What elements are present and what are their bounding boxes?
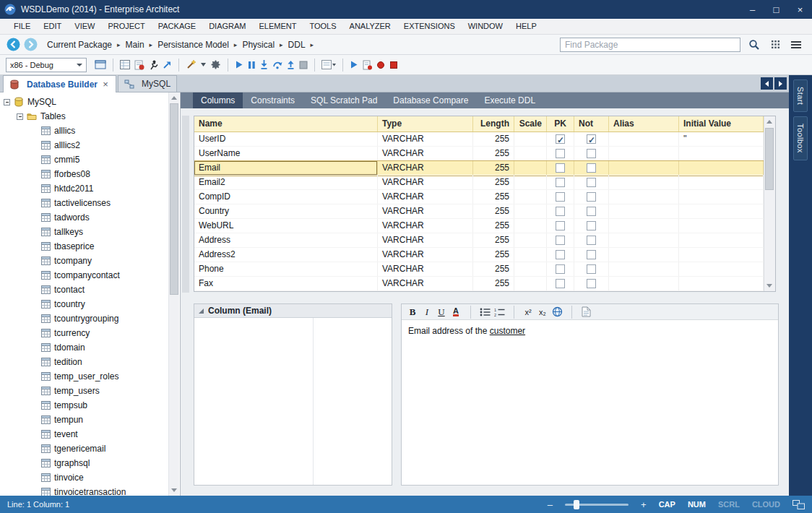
- cell-scale[interactable]: [514, 161, 547, 175]
- side-dock-tab[interactable]: Start: [793, 79, 808, 112]
- zoom-slider[interactable]: [565, 504, 629, 506]
- grid-scrollbar-thumb[interactable]: [765, 128, 774, 190]
- pk-checkbox[interactable]: [556, 221, 565, 230]
- breadcrumb-item[interactable]: Main: [125, 40, 145, 50]
- cell-scale[interactable]: [514, 132, 547, 146]
- menu-item[interactable]: HELP: [509, 19, 543, 34]
- tree-node-table[interactable]: tcountry: [0, 297, 168, 311]
- profiler-icon[interactable]: [147, 57, 160, 73]
- cell-alias[interactable]: [609, 161, 679, 175]
- scroll-down-icon[interactable]: [169, 485, 179, 496]
- tree-node-root[interactable]: MySQL: [0, 95, 168, 109]
- pk-checkbox[interactable]: [556, 264, 565, 274]
- tree-node-table[interactable]: temp_user_roles: [0, 369, 168, 384]
- not-null-checkbox[interactable]: [587, 207, 596, 216]
- stop-gray-icon[interactable]: [297, 57, 310, 73]
- record-stop-icon[interactable]: [387, 57, 400, 73]
- cell-alias[interactable]: [609, 204, 679, 218]
- forward-button[interactable]: [23, 37, 38, 52]
- breadcrumb-item[interactable]: Current Package: [46, 40, 113, 50]
- cell-name[interactable]: Country: [194, 204, 378, 218]
- tree-node-table[interactable]: tevent: [0, 427, 168, 441]
- cell-initial-value[interactable]: [679, 219, 764, 233]
- tree-node-table[interactable]: tempsub: [0, 398, 168, 413]
- record-dot-icon[interactable]: [374, 57, 387, 73]
- cell-length[interactable]: 255: [473, 277, 514, 290]
- column-row[interactable]: Phone VARCHAR 255: [194, 262, 764, 277]
- scroll-up-icon[interactable]: [169, 92, 179, 103]
- model-tab-icon[interactable]: [124, 79, 134, 89]
- tree-node-table[interactable]: tcountrygrouping: [0, 311, 168, 326]
- cell-scale[interactable]: [514, 248, 547, 262]
- debug-config-select[interactable]: x86 - Debug: [6, 58, 87, 72]
- header-length[interactable]: Length: [473, 116, 514, 132]
- menu-item[interactable]: DIAGRAM: [202, 19, 252, 34]
- tree-node-table[interactable]: temp_users: [0, 384, 168, 398]
- cell-alias[interactable]: [609, 176, 679, 189]
- column-row[interactable]: Email2 VARCHAR 255: [194, 176, 764, 190]
- side-dock-tab[interactable]: Toolbox: [793, 116, 808, 160]
- collapse-expander-icon[interactable]: [17, 113, 23, 120]
- cell-length[interactable]: 255: [473, 204, 514, 218]
- not-null-checkbox[interactable]: [587, 134, 596, 144]
- menu-item[interactable]: EXTENSIONS: [397, 19, 462, 34]
- not-null-checkbox[interactable]: [587, 264, 596, 274]
- package-browser-icon[interactable]: [768, 38, 782, 52]
- pk-checkbox[interactable]: [556, 250, 565, 259]
- not-null-checkbox[interactable]: [587, 236, 596, 245]
- editor-tab[interactable]: Database Compare: [385, 92, 476, 108]
- cell-type[interactable]: VARCHAR: [378, 248, 473, 262]
- cell-scale[interactable]: [514, 176, 547, 189]
- header-name[interactable]: Name: [194, 116, 378, 132]
- cell-type[interactable]: VARCHAR: [378, 176, 473, 189]
- menu-item[interactable]: PROJECT: [101, 19, 151, 34]
- cell-name[interactable]: Email: [194, 161, 378, 175]
- menu-item[interactable]: ELEMENT: [252, 19, 303, 34]
- cell-initial-value[interactable]: [679, 176, 764, 189]
- header-pk[interactable]: PK: [547, 116, 574, 132]
- header-scale[interactable]: Scale: [514, 116, 547, 132]
- debugger-windows-icon[interactable]: [92, 57, 108, 73]
- cell-initial-value[interactable]: [679, 233, 764, 247]
- collapse-expander-icon[interactable]: [4, 99, 10, 105]
- tree-node-table[interactable]: cmmi5: [0, 152, 168, 167]
- cell-type[interactable]: VARCHAR: [378, 219, 473, 233]
- editor-tab[interactable]: SQL Scratch Pad: [303, 92, 385, 108]
- underline-icon[interactable]: U: [434, 305, 449, 319]
- menu-item[interactable]: PACKAGE: [152, 19, 202, 34]
- not-null-checkbox[interactable]: [587, 250, 596, 259]
- options-gear-icon[interactable]: [208, 57, 223, 73]
- cell-scale[interactable]: [514, 219, 547, 233]
- cell-type[interactable]: VARCHAR: [378, 132, 473, 146]
- tree-node-table[interactable]: tcurrency: [0, 326, 168, 340]
- tree-node-table[interactable]: hktdc2011: [0, 181, 168, 196]
- pk-checkbox[interactable]: [556, 149, 565, 158]
- tree-node-table[interactable]: alllics: [0, 124, 168, 138]
- panel-splitter[interactable]: [182, 116, 189, 293]
- cell-alias[interactable]: [609, 132, 679, 146]
- pk-checkbox[interactable]: [556, 279, 565, 288]
- cell-type[interactable]: VARCHAR: [378, 204, 473, 218]
- font-color-icon[interactable]: A: [449, 305, 463, 319]
- hyperlink-globe-icon[interactable]: [550, 305, 564, 319]
- subscript-icon[interactable]: x₂: [535, 305, 550, 319]
- cell-length[interactable]: 255: [473, 262, 514, 276]
- cell-name[interactable]: Address: [194, 233, 378, 247]
- cell-initial-value[interactable]: [679, 262, 764, 276]
- tree-node-table[interactable]: tempun: [0, 413, 168, 427]
- back-button[interactable]: [6, 37, 21, 52]
- cell-length[interactable]: 255: [473, 219, 514, 233]
- cell-name[interactable]: UserID: [194, 132, 378, 146]
- play-icon[interactable]: [233, 57, 246, 73]
- editor-tab[interactable]: Columns: [193, 92, 243, 108]
- column-row[interactable]: Country VARCHAR 255: [194, 204, 764, 219]
- notes-content[interactable]: Email address of the customer: [402, 320, 778, 485]
- tree-node-table[interactable]: tbaseprice: [0, 239, 168, 254]
- step-through-icon[interactable]: [160, 57, 174, 73]
- toolbar-menu-icon[interactable]: [789, 38, 803, 52]
- column-row[interactable]: Fax VARCHAR 255: [194, 277, 764, 291]
- bold-icon[interactable]: B: [405, 305, 420, 319]
- dropdown-arrow-icon[interactable]: [199, 57, 208, 73]
- tree-scrollbar-thumb[interactable]: [170, 103, 178, 295]
- step-over-icon[interactable]: [270, 57, 285, 73]
